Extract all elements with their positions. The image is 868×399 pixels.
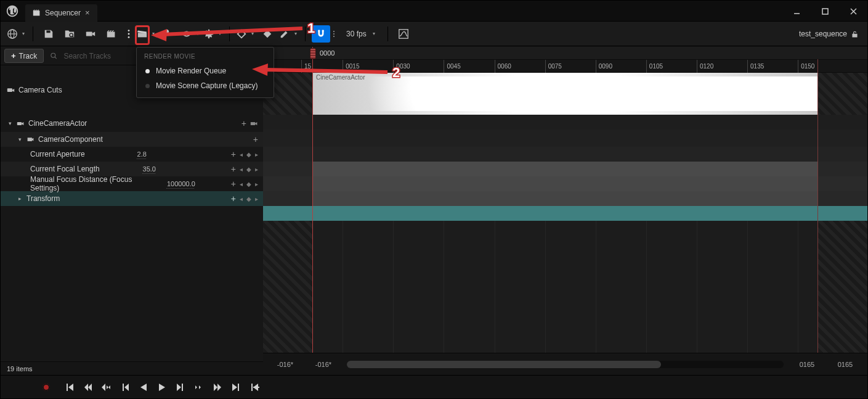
render-movie-options-button[interactable]: [123, 25, 134, 43]
prev-key-icon[interactable]: ◂: [240, 181, 243, 187]
goto-start-button[interactable]: [63, 381, 76, 393]
snap-options-button[interactable]: [330, 25, 338, 43]
ruler-tick: 0135: [747, 60, 764, 73]
add-key-button[interactable]: +: [241, 118, 246, 128]
cine-camera-actor-track[interactable]: ▾ CineCameraActor +: [1, 115, 263, 132]
current-aperture-track[interactable]: Current Aperture 2.8 +◂◆▸: [1, 147, 263, 162]
close-tab-icon[interactable]: ×: [85, 8, 90, 17]
ruler-tick: 0120: [697, 60, 713, 73]
lock-open-icon[interactable]: [851, 30, 859, 38]
lane-focal[interactable]: [263, 176, 867, 191]
focus-value[interactable]: 100000.0: [167, 180, 195, 187]
prev-key-button[interactable]: [100, 381, 113, 393]
next-key-icon[interactable]: ▸: [255, 151, 258, 158]
range-end-marker[interactable]: [817, 59, 818, 353]
svg-point-10: [128, 30, 130, 31]
camera-component-track[interactable]: ▾ CameraComponent +: [1, 132, 263, 147]
add-key-button[interactable]: +: [253, 134, 258, 144]
movie-scene-capture-item[interactable]: Movie Scene Capture (Legacy): [137, 78, 274, 93]
timeline-scrollbar[interactable]: [347, 361, 784, 368]
snap-toggle-button[interactable]: [312, 25, 330, 43]
step-back-button[interactable]: [82, 381, 94, 393]
lane-camera-component[interactable]: [263, 147, 867, 162]
prev-key-icon[interactable]: ◂: [240, 166, 243, 173]
expand-icon[interactable]: ▾: [17, 136, 23, 142]
add-key-button[interactable]: +: [231, 194, 236, 204]
range-in-field[interactable]: -016*: [270, 361, 300, 368]
curve-dropdown[interactable]: [279, 25, 299, 43]
close-button[interactable]: [839, 1, 867, 22]
fps-label: 30 fps: [346, 30, 367, 38]
next-key-icon[interactable]: ▸: [255, 181, 258, 187]
key-icon[interactable]: ◆: [246, 195, 251, 202]
sequencer-tab[interactable]: Sequencer ×: [25, 4, 97, 22]
view-dropdown[interactable]: [159, 25, 179, 43]
sequence-name[interactable]: test_sequence: [799, 30, 847, 38]
world-dropdown[interactable]: [7, 25, 26, 43]
range-out-field[interactable]: 0165: [830, 361, 860, 368]
focal-value[interactable]: 35.0: [143, 165, 156, 173]
playhead[interactable]: [312, 47, 313, 353]
render-movie-button[interactable]: [102, 25, 121, 43]
camera-icon[interactable]: [250, 120, 258, 128]
separator: [229, 27, 230, 41]
add-key-button[interactable]: +: [231, 164, 236, 174]
key-icon[interactable]: ◆: [246, 181, 251, 187]
view-start-field[interactable]: -016*: [309, 361, 338, 368]
camera-button[interactable]: [81, 25, 100, 43]
next-key-icon[interactable]: ▸: [255, 195, 258, 202]
next-key-icon[interactable]: ▸: [255, 166, 258, 173]
playhead-grip-icon[interactable]: [310, 48, 316, 59]
key-mode-dropdown[interactable]: [236, 25, 256, 43]
lane-cinecamera[interactable]: [263, 130, 867, 147]
svg-rect-25: [17, 122, 22, 125]
settings-dropdown[interactable]: [203, 25, 223, 43]
actions-dropdown[interactable]: [137, 25, 156, 43]
timeline-range-bar: -016* -016* 0165 0165: [263, 353, 867, 375]
lane-camera-cuts[interactable]: [263, 115, 867, 130]
lane-focus[interactable]: [263, 191, 867, 206]
fps-dropdown[interactable]: 30 fps: [340, 25, 381, 43]
minimize-button[interactable]: [782, 1, 811, 22]
save-button[interactable]: [39, 25, 58, 43]
aperture-value[interactable]: 2.8: [137, 150, 147, 158]
expand-icon[interactable]: ▾: [7, 120, 13, 126]
step-forward-button[interactable]: [211, 381, 224, 393]
current-focal-length-track[interactable]: Current Focal Length 35.0 +◂◆▸: [1, 162, 263, 176]
view-end-field[interactable]: 0165: [792, 361, 822, 368]
prev-key-icon[interactable]: ◂: [240, 195, 243, 202]
add-track-button[interactable]: + Track: [4, 49, 44, 63]
magnet-icon: [315, 28, 327, 39]
play-button[interactable]: [156, 381, 168, 393]
visibility-dropdown[interactable]: [181, 25, 201, 43]
lane-aperture[interactable]: [263, 162, 867, 176]
movie-render-queue-item[interactable]: Movie Render Queue: [137, 64, 274, 78]
record-button[interactable]: [38, 379, 55, 396]
timeline-ruler[interactable]: 1500150030004500600075009001050120013501…: [263, 59, 867, 73]
maximize-button[interactable]: [811, 1, 839, 22]
expand-icon[interactable]: ▸: [17, 195, 23, 202]
kebab-icon: [332, 29, 336, 39]
camera-cuts-thumbnails[interactable]: CineCameraActor: [312, 73, 818, 115]
add-key-button[interactable]: +: [231, 179, 236, 189]
key-icon[interactable]: ◆: [246, 166, 251, 173]
add-key-button[interactable]: +: [231, 149, 236, 159]
key-icon[interactable]: ◆: [246, 151, 251, 158]
focus-distance-track[interactable]: Manual Focus Distance (Focus Settings) 1…: [1, 176, 263, 191]
prev-key-icon[interactable]: ◂: [240, 151, 243, 158]
play-reverse-button[interactable]: [137, 381, 150, 393]
browse-button[interactable]: [60, 25, 79, 43]
scrollbar-thumb[interactable]: [347, 361, 661, 368]
lane-transform[interactable]: [263, 206, 867, 221]
autokey-button[interactable]: [258, 25, 277, 43]
goto-end-button[interactable]: [230, 381, 242, 393]
next-key-button[interactable]: [193, 381, 205, 393]
curve-editor-button[interactable]: [394, 25, 413, 43]
transform-track[interactable]: ▸ Transform +◂◆▸: [1, 191, 263, 206]
frame-back-button[interactable]: [119, 381, 131, 393]
svg-rect-13: [318, 30, 320, 31]
loop-button[interactable]: [248, 381, 261, 393]
frame-forward-button[interactable]: [174, 381, 187, 393]
curve-editor-icon: [398, 28, 409, 39]
timeline-panel[interactable]: 0000 15001500300045006000750090010501200…: [263, 47, 867, 375]
